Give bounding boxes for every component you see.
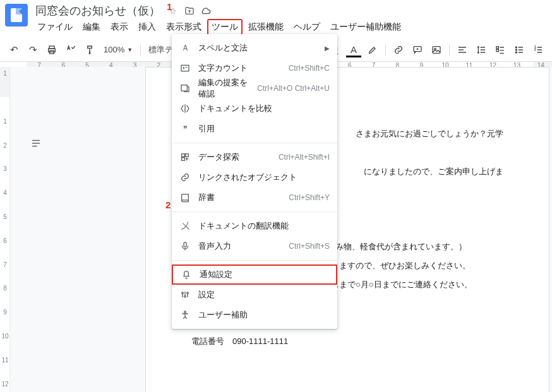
cloud-status-icon[interactable] xyxy=(200,4,212,17)
svg-point-22 xyxy=(184,295,186,297)
move-folder-icon[interactable] xyxy=(183,4,196,17)
settings-icon xyxy=(179,289,191,300)
annotation-marker-1: 1 xyxy=(167,1,172,12)
menubar: ファイル 編集 表示 挿入 表示形式 ツール 拡張機能 ヘルプ ユーザー補助機能 xyxy=(33,19,405,35)
svg-rect-7 xyxy=(496,49,498,51)
align-button[interactable] xyxy=(453,41,471,59)
svg-rect-18 xyxy=(182,158,185,161)
menu-dictionary[interactable]: 辞書 Ctrl+Shift+Y xyxy=(172,187,337,208)
menu-voice-typing[interactable]: 音声入力 Ctrl+Shift+S xyxy=(172,236,337,256)
compare-icon xyxy=(179,103,191,114)
svg-rect-14 xyxy=(181,65,189,71)
bullet-list-button[interactable] xyxy=(510,41,528,59)
body-line: 電話番号 090-1111-1111 xyxy=(191,332,503,351)
svg-rect-15 xyxy=(181,85,187,91)
translate-icon: 㐅 xyxy=(179,220,191,232)
menu-view[interactable]: 表示 xyxy=(106,19,133,35)
paint-format-button[interactable] xyxy=(81,41,99,59)
submenu-arrow-icon: ▶ xyxy=(325,45,330,52)
ruler-tick: 9 xyxy=(0,309,10,316)
menu-edit[interactable]: 編集 xyxy=(78,19,105,35)
bell-icon xyxy=(181,269,192,280)
menu-notification-settings[interactable]: 通知設定 xyxy=(172,264,337,285)
menu-explore[interactable]: データ探索 Ctrl+Alt+Shift+I xyxy=(172,147,337,167)
ruler-tick: 12 xyxy=(0,380,10,387)
menu-preferences[interactable]: 設定 xyxy=(172,285,337,305)
shortcut-label: Ctrl+Alt+Shift+I xyxy=(279,153,330,162)
wordcount-icon xyxy=(179,62,191,74)
menu-tools[interactable]: ツール xyxy=(207,19,243,35)
shortcut-label: Ctrl+Shift+S xyxy=(289,242,330,251)
book-icon xyxy=(179,192,191,203)
insert-image-button[interactable] xyxy=(428,41,445,59)
menu-review-suggestions[interactable]: 編集の提案を確認 Ctrl+Alt+O Ctrl+Alt+U xyxy=(172,78,337,98)
svg-point-10 xyxy=(515,52,517,53)
shortcut-label: Ctrl+Shift+C xyxy=(289,64,330,73)
menu-format[interactable]: 表示形式 xyxy=(162,19,206,35)
insert-comment-button[interactable] xyxy=(409,41,426,59)
spellcheck-button[interactable] xyxy=(62,41,80,59)
link-icon xyxy=(179,172,191,183)
ruler-tick: 10 xyxy=(0,333,10,340)
ruler-tick: 8 xyxy=(0,285,10,292)
vertical-ruler[interactable]: 112345678910111213 xyxy=(0,67,10,392)
menu-separator xyxy=(172,211,337,212)
ruler-tick: 2 xyxy=(0,141,10,148)
svg-rect-16 xyxy=(182,154,185,157)
text-color-button[interactable]: A xyxy=(345,41,363,59)
line-spacing-button[interactable] xyxy=(472,41,490,59)
mic-icon xyxy=(179,241,191,252)
svg-point-9 xyxy=(515,49,517,50)
menu-word-count[interactable]: 文字カウント Ctrl+Shift+C xyxy=(172,58,337,78)
review-icon xyxy=(179,83,191,94)
explore-icon xyxy=(179,151,191,163)
ruler-tick: 6 xyxy=(0,237,10,244)
svg-rect-4 xyxy=(433,46,440,53)
spellcheck-icon: Ａ xyxy=(179,42,191,54)
menu-translate[interactable]: 㐅 ドキュメントの翻訳機能 xyxy=(172,216,337,236)
svg-point-21 xyxy=(187,292,189,294)
menu-compare-docs[interactable]: ドキュメントを比較 xyxy=(172,98,337,119)
ruler-tick: 11 xyxy=(0,356,10,363)
svg-text:2: 2 xyxy=(534,48,536,51)
quote-icon: ❞ xyxy=(179,123,191,134)
svg-rect-17 xyxy=(186,154,189,157)
outline-toggle-icon[interactable] xyxy=(30,138,43,150)
menu-accessibility[interactable]: ユーザー補助機能 xyxy=(326,19,405,35)
menu-help[interactable]: ヘルプ xyxy=(289,19,325,35)
menu-spelling-grammar[interactable]: Ａ スペルと文法 ▶ xyxy=(172,38,337,58)
menu-extensions[interactable]: 拡張機能 xyxy=(244,19,288,35)
print-button[interactable] xyxy=(43,41,61,59)
highlight-button[interactable] xyxy=(364,41,381,59)
accessibility-icon xyxy=(179,309,191,321)
menu-insert[interactable]: 挿入 xyxy=(134,19,160,35)
svg-point-23 xyxy=(184,311,186,313)
ruler-tick: 4 xyxy=(0,189,10,196)
svg-point-20 xyxy=(182,292,184,294)
checklist-button[interactable] xyxy=(491,41,509,59)
shortcut-label: Ctrl+Shift+Y xyxy=(289,193,330,202)
menu-linked-objects[interactable]: リンクされたオブジェクト xyxy=(172,167,337,187)
tools-dropdown: Ａ スペルと文法 ▶ 文字カウント Ctrl+Shift+C 編集の提案を確認 … xyxy=(172,34,337,329)
ruler-tick: 1 xyxy=(0,70,10,77)
svg-rect-6 xyxy=(496,46,498,48)
menu-file[interactable]: ファイル xyxy=(33,19,77,35)
svg-rect-19 xyxy=(184,242,186,247)
insert-link-button[interactable] xyxy=(390,41,407,59)
numbered-list-button[interactable]: 12 xyxy=(529,41,547,59)
menu-accessibility-settings[interactable]: ユーザー補助 xyxy=(172,305,337,325)
shortcut-label: Ctrl+Alt+O Ctrl+Alt+U xyxy=(257,84,330,93)
ruler-tick: 7 xyxy=(0,261,10,268)
annotation-marker-2: 2 xyxy=(165,199,171,210)
ruler-tick: 3 xyxy=(0,165,10,172)
zoom-select[interactable]: 100% ▼ xyxy=(100,41,136,59)
redo-button[interactable]: ↷ xyxy=(24,41,42,59)
svg-point-8 xyxy=(515,47,517,48)
menu-separator xyxy=(172,260,337,261)
menu-citations[interactable]: ❞ 引用 xyxy=(172,119,337,139)
undo-button[interactable]: ↶ xyxy=(5,41,23,59)
ruler-tick: 1 xyxy=(0,117,10,124)
doc-title[interactable]: 同窓会のお知らせ（仮） xyxy=(33,3,163,18)
menu-separator xyxy=(172,143,337,143)
docs-app-icon[interactable] xyxy=(5,4,28,27)
